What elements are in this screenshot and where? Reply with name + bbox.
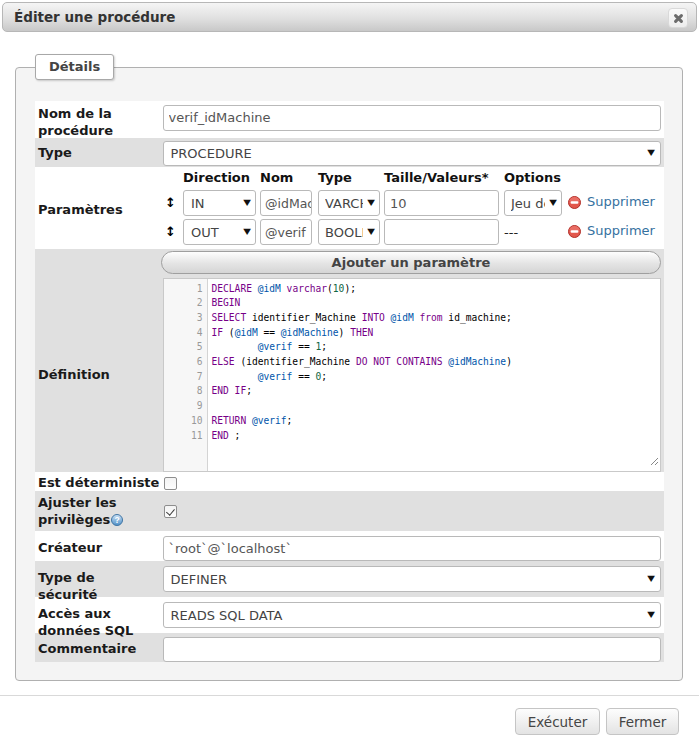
dialog-title: Éditer une procédure [14, 3, 175, 32]
line-number: 4 [164, 326, 203, 341]
type-select[interactable]: PROCEDURE [163, 141, 661, 166]
row-parameters: Paramètres DirectionNomTypeTaille/Valeur… [35, 167, 664, 249]
parameters-header: DirectionNomTypeTaille/Valeurs*Options [160, 170, 664, 190]
add-parameter-button[interactable]: Ajouter un paramètre [161, 251, 661, 274]
svg-text:?: ? [115, 515, 120, 525]
line-number: 6 [164, 355, 203, 370]
definition-editor[interactable]: 1234567891011 DECLARE @idM varchar(10);B… [163, 278, 661, 472]
code-line: END IF; [212, 384, 660, 399]
code-line: DECLARE @idM varchar(10); [212, 282, 660, 297]
deterministic-label: Est déterministe [35, 472, 160, 491]
param-1-charset-select[interactable]: Jeu de caractères [504, 190, 562, 216]
param-2-remove-link[interactable]: Supprimer [568, 219, 655, 238]
param-1-name-input[interactable] [260, 190, 312, 216]
procedure-form-table: Nom de la procédure Type PROCEDURE ▼ [35, 101, 664, 662]
line-number: 11 [164, 429, 203, 444]
comment-label: Commentaire [35, 637, 160, 662]
tab-details-label: Détails [49, 59, 100, 74]
row-adjust-privileges: Ajuster les privilèges? [35, 491, 664, 531]
type-label: Type [35, 141, 160, 168]
param-2-direction-select[interactable]: OUT [183, 219, 256, 245]
line-number: 1 [164, 282, 203, 297]
param-1-remove-link[interactable]: Supprimer [568, 190, 655, 209]
header-options: Options [504, 170, 568, 185]
definition-editor-code[interactable]: DECLARE @idM varchar(10);BEGINSELECT ide… [208, 279, 660, 471]
procedure-name-label: Nom de la procédure [35, 105, 160, 138]
security-type-label: Type de sécurité [35, 566, 160, 597]
param-2-no-options: --- [504, 219, 518, 240]
definition-label: Définition [35, 249, 160, 473]
details-fieldset: Nom de la procédure Type PROCEDURE ▼ [15, 67, 683, 681]
header-direction: Direction [183, 170, 260, 185]
creator-label: Créateur [35, 536, 160, 562]
edit-procedure-dialog: Éditer une procédure Détails Nom de la p… [0, 0, 699, 756]
dialog-buttonpane: Exécuter Fermer [0, 695, 699, 756]
creator-input[interactable] [163, 536, 661, 561]
row-security-type: Type de sécurité DEFINER ▼ [35, 561, 664, 597]
deterministic-checkbox[interactable] [164, 477, 177, 490]
param-1-type-select[interactable]: VARCHAR [318, 190, 380, 216]
parameters-label: Paramètres [35, 170, 160, 249]
line-number: 3 [164, 311, 203, 326]
line-number: 7 [164, 370, 203, 385]
row-creator: Créateur [35, 531, 664, 561]
header-type: Type [318, 170, 384, 185]
parameter-row-1: ↕IN▼VARCHAR▼Jeu de caractères▼Supprimer [160, 190, 664, 219]
header-length: Taille/Valeurs* [384, 170, 504, 185]
row-type: Type PROCEDURE ▼ [35, 138, 664, 168]
code-line: SELECT identifier_Machine INTO @idM from… [212, 311, 660, 326]
code-line: END ; [212, 429, 660, 444]
execute-button[interactable]: Exécuter [515, 708, 600, 735]
line-number: 9 [164, 399, 203, 414]
code-line: @verif == 1; [212, 340, 660, 355]
help-icon[interactable]: ? [111, 513, 123, 530]
row-definition: Définition Ajouter un paramètre 12345678… [35, 249, 664, 473]
code-line: @verif == 0; [212, 370, 660, 385]
procedure-name-input[interactable] [163, 105, 661, 131]
param-1-length-input[interactable] [384, 190, 499, 216]
sql-data-access-label: Accès aux données SQL [35, 602, 160, 633]
code-line: ELSE (identifier_Machine DO NOT CONTAINS… [212, 355, 660, 370]
param-2-length-input[interactable] [384, 219, 499, 245]
header-name: Nom [260, 170, 318, 185]
sql-data-access-select[interactable]: READS SQL DATA [163, 602, 661, 628]
close-button[interactable]: Fermer [606, 708, 679, 735]
line-number: 8 [164, 384, 203, 399]
drag-handle-icon[interactable]: ↕ [160, 219, 176, 239]
row-sql-data-access: Accès aux données SQL READS SQL DATA ▼ [35, 597, 664, 633]
security-type-select[interactable]: DEFINER [163, 566, 661, 592]
line-number: 5 [164, 340, 203, 355]
comment-input[interactable] [163, 637, 661, 662]
parameter-row-2: ↕OUT▼BOOLEAN▼---Supprimer [160, 219, 664, 248]
remove-icon [568, 196, 581, 209]
row-procedure-name: Nom de la procédure [35, 101, 664, 138]
line-number: 10 [164, 414, 203, 429]
row-deterministic: Est déterministe [35, 472, 664, 491]
param-2-name-input[interactable] [260, 219, 312, 245]
adjust-privileges-label: Ajuster les privilèges? [35, 491, 160, 531]
editor-resize-handle[interactable] [650, 451, 659, 470]
param-1-direction-select[interactable]: IN [183, 190, 256, 216]
code-line: IF (@idM == @idMachine) THEN [212, 326, 660, 341]
adjust-privileges-checkbox[interactable] [164, 505, 177, 518]
dialog-close-button[interactable] [668, 8, 688, 28]
code-line [212, 399, 660, 414]
tab-details[interactable]: Détails [35, 54, 114, 80]
drag-handle-icon[interactable]: ↕ [160, 190, 176, 210]
dialog-titlebar[interactable]: Éditer une procédure [2, 2, 697, 32]
row-comment: Commentaire [35, 633, 664, 662]
code-line: BEGIN [212, 296, 660, 311]
line-number: 2 [164, 296, 203, 311]
code-line: RETURN @verif; [212, 414, 660, 429]
editor-line-numbers: 1234567891011 [164, 279, 208, 471]
param-2-type-select[interactable]: BOOLEAN [318, 219, 380, 245]
remove-icon [568, 225, 581, 238]
